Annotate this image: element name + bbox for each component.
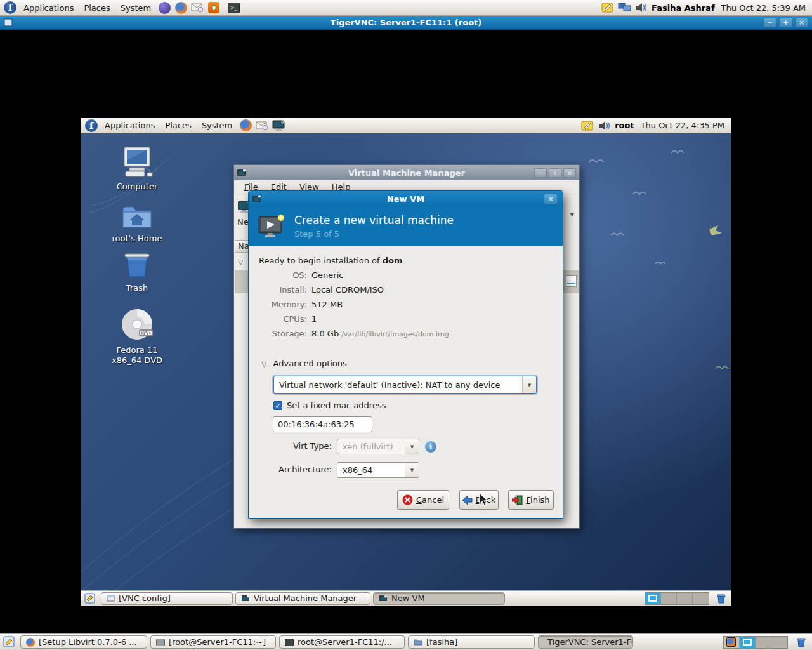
chevron-down-icon: ▾ bbox=[522, 376, 536, 393]
vmm-minimize-button[interactable]: − bbox=[534, 168, 547, 178]
host-task-terminal-2[interactable]: root@Server1-FC11:/... bbox=[279, 635, 405, 649]
fedora-menu-icon[interactable]: f bbox=[4, 1, 16, 14]
virt-type-label: Virt Type: bbox=[249, 441, 332, 451]
cpu-sparkline bbox=[566, 275, 577, 287]
mac-checkbox[interactable]: ✓ bbox=[273, 401, 282, 410]
storage-path: /var/lib/libvirt/images/dom.img bbox=[341, 330, 449, 338]
remote-clock[interactable]: Thu Oct 22, 4:35 PM bbox=[637, 121, 731, 130]
host-workspace-1[interactable] bbox=[724, 637, 740, 648]
summary-row-storage: Storage:8.0 Gb/var/lib/libvirt/images/do… bbox=[259, 329, 449, 338]
chevron-down-icon: ▾ bbox=[405, 439, 419, 454]
network-tray-icon[interactable] bbox=[618, 1, 631, 14]
remote-notes-tray-icon[interactable] bbox=[581, 119, 594, 132]
host-workspace-2[interactable] bbox=[740, 637, 756, 648]
dvd-disc-icon: DVD bbox=[120, 308, 154, 342]
host-workspace-3[interactable] bbox=[756, 637, 771, 648]
taskbar-item-vnc-config[interactable]: [VNC config] bbox=[101, 592, 233, 605]
remote-workspace-switcher bbox=[645, 592, 709, 605]
workspace-2[interactable] bbox=[661, 593, 677, 604]
vmm-titlebar[interactable]: Virtual Machine Manager − + × bbox=[234, 165, 579, 180]
new-vm-titlebar[interactable]: New VM × bbox=[249, 191, 563, 207]
host-menu-system[interactable]: System bbox=[115, 1, 156, 15]
desktop-icon-trash[interactable]: Trash bbox=[100, 250, 174, 293]
computer-icon bbox=[121, 146, 154, 178]
firefox-icon bbox=[26, 638, 35, 647]
vnc-close-button[interactable]: × bbox=[795, 18, 808, 27]
show-desktop-icon[interactable] bbox=[84, 593, 96, 604]
remote-desktop: f Applications Places System root Thu Oc… bbox=[81, 118, 731, 606]
remote-username[interactable]: root bbox=[612, 121, 637, 130]
host-trash-icon[interactable] bbox=[796, 637, 807, 648]
vnc-window-titlebar[interactable]: TigerVNC: Server1-FC11:1 (root) − + × bbox=[0, 16, 812, 30]
chevron-down-icon: ▾ bbox=[405, 463, 419, 477]
mac-address-input[interactable] bbox=[273, 416, 372, 432]
remote-taskbar: [VNC config] Virtual Machine Manager New… bbox=[81, 590, 731, 606]
eclipse-launcher-icon[interactable] bbox=[158, 1, 171, 14]
window-icon bbox=[107, 595, 115, 602]
remote-menu-system[interactable]: System bbox=[197, 119, 237, 132]
mac-checkbox-row[interactable]: ✓ Set a fixed mac address bbox=[273, 401, 386, 410]
network-select[interactable]: Virtual network 'default' (Inactive): NA… bbox=[273, 376, 537, 394]
vmm-row-expander[interactable]: ▽ bbox=[238, 258, 243, 266]
advanced-options-expander[interactable]: ▽ Advanced options bbox=[261, 359, 347, 368]
vmm-window-icon bbox=[237, 169, 247, 177]
host-workspace-switcher bbox=[723, 636, 788, 649]
mail-launcher-icon[interactable] bbox=[191, 1, 204, 14]
host-show-desktop-icon[interactable] bbox=[3, 636, 15, 648]
cancel-icon bbox=[402, 494, 413, 505]
host-username[interactable]: Fasiha Ashraf bbox=[649, 3, 717, 13]
new-vm-header: Create a new virtual machine Step 5 of 5 bbox=[249, 207, 563, 246]
mouse-cursor bbox=[478, 493, 491, 508]
host-task-tigervnc[interactable]: TigerVNC: Server1-FC... bbox=[538, 635, 633, 649]
trash-icon bbox=[122, 250, 152, 279]
vmm-close-button[interactable]: × bbox=[563, 168, 576, 178]
host-task-setup-libvirt[interactable]: [Setup Libvirt 0.7.0-6 ... bbox=[20, 635, 147, 649]
terminal-launcher-icon[interactable]: >_ bbox=[227, 1, 240, 14]
workspace-1[interactable] bbox=[645, 593, 661, 604]
remote-fedora-menu-icon[interactable]: f bbox=[85, 119, 98, 132]
architecture-label: Architecture: bbox=[249, 465, 332, 474]
desktop-icon-home[interactable]: root's Home bbox=[100, 203, 174, 244]
host-workspace-4[interactable] bbox=[771, 637, 787, 648]
vmm-maximize-button[interactable]: + bbox=[549, 168, 561, 178]
host-task-terminal-1[interactable]: [root@Server1-FC11:~] bbox=[150, 635, 276, 649]
remote-firefox-launcher-icon[interactable] bbox=[239, 119, 252, 132]
remote-mail-launcher-icon[interactable] bbox=[256, 119, 268, 132]
taskbar-trash-icon[interactable] bbox=[716, 593, 727, 604]
vmm-new-button-label[interactable]: Ne bbox=[237, 217, 249, 227]
new-vm-close-button[interactable]: × bbox=[544, 194, 558, 204]
vnc-maximize-button[interactable]: + bbox=[779, 18, 792, 27]
workspace-3[interactable] bbox=[677, 593, 693, 604]
remote-virt-manager-launcher-icon[interactable] bbox=[272, 119, 285, 132]
taskbar-item-vmm[interactable]: Virtual Machine Manager bbox=[235, 592, 370, 605]
remote-volume-tray-icon[interactable] bbox=[598, 119, 610, 132]
virt-type-select: xen (fullvirt) ▾ bbox=[337, 439, 419, 454]
desktop-icon-dvd[interactable]: DVD Fedora 11 x86_64 DVD bbox=[100, 308, 174, 366]
host-clock[interactable]: Thu Oct 22, 5:39 AM bbox=[717, 3, 812, 13]
vmm-selected-row-end[interactable] bbox=[563, 270, 579, 293]
svg-text:DVD: DVD bbox=[140, 331, 152, 336]
info-icon[interactable]: i bbox=[425, 441, 436, 453]
firefox-launcher-icon[interactable] bbox=[174, 1, 187, 14]
workspace-4[interactable] bbox=[693, 593, 709, 604]
taskbar-item-new-vm[interactable]: New VM bbox=[373, 592, 505, 605]
host-menu-places[interactable]: Places bbox=[79, 1, 115, 15]
vmm-title: Virtual Machine Manager bbox=[234, 168, 579, 178]
desktop-icon-computer[interactable]: Computer bbox=[100, 146, 174, 192]
cancel-button[interactable]: Cancel bbox=[397, 490, 449, 510]
virt-manager-icon bbox=[241, 595, 250, 602]
vmm-toolbar-chevron-icon[interactable]: ▾ bbox=[570, 209, 574, 219]
vnc-minimize-button[interactable]: − bbox=[763, 18, 776, 27]
remote-menu-places[interactable]: Places bbox=[160, 119, 196, 132]
selinux-alert-icon[interactable] bbox=[207, 1, 220, 14]
vnc-window-title: TigerVNC: Server1-FC11:1 (root) bbox=[0, 18, 812, 27]
notes-tray-icon[interactable] bbox=[601, 1, 614, 14]
architecture-select[interactable]: x86_64 ▾ bbox=[337, 462, 419, 478]
vm-name: dom bbox=[383, 256, 403, 265]
finish-button[interactable]: Finish bbox=[508, 490, 554, 510]
summary-row-install: Install:Local CDROM/ISO bbox=[259, 285, 384, 295]
volume-tray-icon[interactable] bbox=[634, 1, 647, 14]
host-task-fasiha[interactable]: [fasiha] bbox=[408, 635, 535, 649]
host-menu-applications[interactable]: Applications bbox=[18, 1, 79, 15]
remote-menu-applications[interactable]: Applications bbox=[100, 119, 160, 132]
